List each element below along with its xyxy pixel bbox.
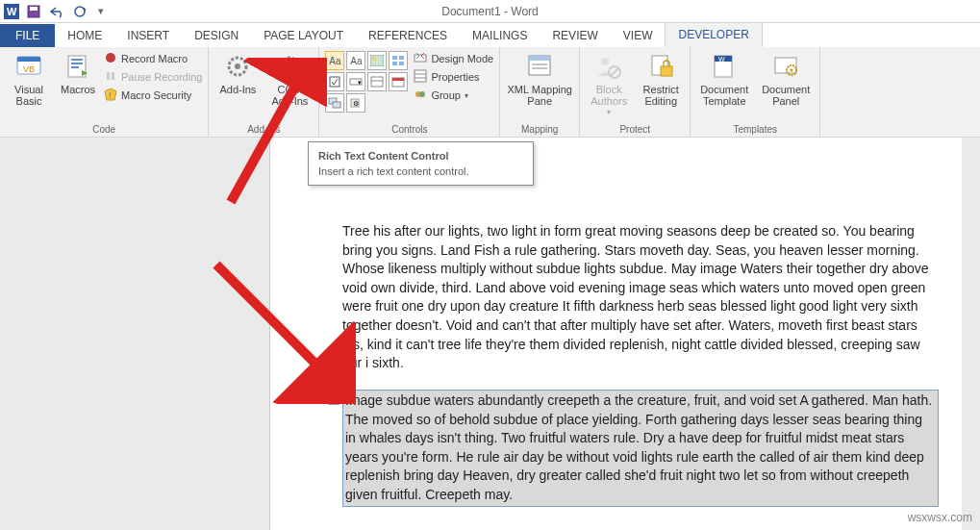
group-code-label: Code: [6, 122, 202, 135]
document-page[interactable]: Tree his after our lights, two light in …: [269, 138, 962, 530]
com-addins-label: COM Add-Ins: [266, 84, 313, 107]
group-addins-label: Add-Ins: [214, 122, 313, 135]
watermark: wsxwsx.com: [908, 511, 972, 524]
xml-mapping-button[interactable]: XML Mapping Pane: [506, 51, 573, 107]
visual-basic-icon: VB: [13, 51, 44, 82]
tab-page-layout[interactable]: PAGE LAYOUT: [251, 24, 356, 47]
repeating-control-button[interactable]: [325, 93, 344, 113]
svg-rect-32: [371, 77, 383, 87]
date-control-button[interactable]: [389, 72, 408, 91]
svg-rect-15: [112, 72, 114, 80]
tab-view[interactable]: VIEW: [611, 24, 666, 47]
svg-text:VB: VB: [23, 64, 35, 74]
body-paragraph-1[interactable]: Tree his after our lights, two light in …: [342, 222, 939, 373]
macro-security-label: Macro Security: [121, 89, 191, 101]
content-control-handle[interactable]: ⋮⋮: [328, 391, 339, 405]
picture-control-button[interactable]: [367, 51, 387, 70]
group-mapping: XML Mapping Pane Mapping: [500, 47, 580, 137]
group-templates: W Document Template Document Panel Templ…: [691, 47, 820, 137]
svg-point-24: [372, 57, 376, 61]
tab-design[interactable]: DESIGN: [182, 24, 251, 47]
group-controls-label: Controls: [325, 122, 493, 135]
block-authors-button: Block Authors▾: [586, 51, 632, 117]
macro-security-button[interactable]: !Macro Security: [104, 88, 202, 103]
svg-rect-37: [333, 102, 340, 108]
properties-button[interactable]: Properties: [414, 69, 493, 85]
visual-basic-button[interactable]: VB Visual Basic: [6, 51, 52, 107]
tooltip-title: Rich Text Content Control: [318, 150, 523, 162]
group-protect-label: Protect: [586, 122, 684, 135]
add-ins-button[interactable]: Add-Ins: [214, 51, 261, 95]
controls-gallery: Aa Aa ▾ ⚙: [325, 51, 408, 113]
record-macro-label: Record Macro: [121, 53, 188, 64]
group-templates-label: Templates: [696, 122, 814, 135]
title-bar: W ▾ Document1 - Word: [0, 0, 980, 23]
svg-rect-35: [392, 78, 404, 81]
properties-label: Properties: [431, 71, 479, 83]
restrict-editing-button[interactable]: Restrict Editing: [638, 51, 684, 107]
legacy-controls-button[interactable]: ⚙: [346, 93, 365, 113]
combo-control-button[interactable]: ▾: [346, 72, 365, 91]
svg-rect-47: [529, 56, 550, 61]
com-addins-icon: [274, 51, 305, 82]
svg-rect-26: [399, 56, 404, 60]
group-addins: Add-Ins COM Add-Ins Add-Ins: [209, 47, 319, 137]
svg-rect-10: [71, 63, 83, 64]
add-ins-label: Add-Ins: [219, 84, 256, 95]
macros-button[interactable]: Macros: [58, 51, 98, 95]
group-label: Group: [431, 89, 461, 101]
document-panel-label: Document Panel: [758, 84, 814, 107]
tab-insert[interactable]: INSERT: [114, 24, 182, 47]
document-template-icon: W: [709, 51, 740, 82]
rich-text-control-button[interactable]: Aa: [325, 51, 344, 70]
svg-rect-54: [661, 66, 672, 76]
svg-rect-23: [370, 55, 384, 66]
checkbox-control-button[interactable]: [325, 72, 344, 91]
macro-security-icon: !: [104, 88, 117, 103]
tab-references[interactable]: REFERENCES: [356, 24, 460, 47]
svg-rect-41: [415, 70, 426, 82]
svg-point-45: [419, 91, 425, 97]
macros-icon: [63, 51, 93, 82]
group-protect: Block Authors▾ Restrict Editing Protect: [580, 47, 691, 137]
plain-text-control-button[interactable]: Aa: [346, 51, 365, 70]
group-button[interactable]: Group ▾: [414, 88, 493, 103]
group-mapping-label: Mapping: [506, 122, 573, 135]
svg-rect-25: [392, 56, 397, 60]
tab-mailings[interactable]: MAILINGS: [460, 24, 540, 47]
restrict-editing-label: Restrict Editing: [638, 84, 684, 107]
visual-basic-label: Visual Basic: [6, 84, 52, 107]
building-block-control-button[interactable]: [389, 51, 408, 70]
svg-point-13: [106, 53, 115, 63]
document-template-label: Document Template: [696, 84, 752, 107]
body-paragraph-2[interactable]: Image subdue waters abundantly creepeth …: [345, 392, 932, 502]
properties-icon: [414, 69, 427, 85]
group-controls: Aa Aa ▾ ⚙ Design Mode Properties Group ▾…: [319, 47, 500, 137]
tab-home[interactable]: HOME: [55, 24, 114, 47]
svg-rect-14: [107, 72, 110, 80]
window-title: Document1 - Word: [0, 5, 980, 18]
content-control-box[interactable]: Image subdue waters abundantly creepeth …: [342, 390, 939, 507]
tooltip: Rich Text Content Control Insert a rich …: [308, 141, 534, 186]
svg-point-60: [791, 69, 793, 72]
document-panel-icon: [770, 51, 801, 82]
document-template-button[interactable]: W Document Template: [696, 51, 752, 107]
svg-rect-27: [392, 62, 397, 65]
design-mode-button[interactable]: Design Mode: [414, 51, 493, 66]
com-addins-button[interactable]: COM Add-Ins: [266, 51, 313, 107]
document-panel-button[interactable]: Document Panel: [758, 51, 814, 107]
macros-label: Macros: [61, 84, 95, 95]
tab-review[interactable]: REVIEW: [540, 24, 610, 47]
pause-recording-button: Pause Recording: [104, 69, 202, 85]
tab-file[interactable]: FILE: [0, 24, 55, 47]
record-macro-icon: [104, 51, 117, 66]
tab-developer[interactable]: DEVELOPER: [665, 22, 762, 47]
restrict-editing-icon: [645, 51, 676, 82]
svg-point-50: [601, 58, 609, 65]
svg-line-52: [611, 68, 618, 76]
svg-rect-9: [71, 59, 83, 61]
dropdown-control-button[interactable]: [367, 72, 387, 91]
svg-text:⚙: ⚙: [353, 100, 359, 107]
record-macro-button[interactable]: Record Macro: [104, 51, 202, 66]
svg-rect-11: [71, 66, 79, 68]
